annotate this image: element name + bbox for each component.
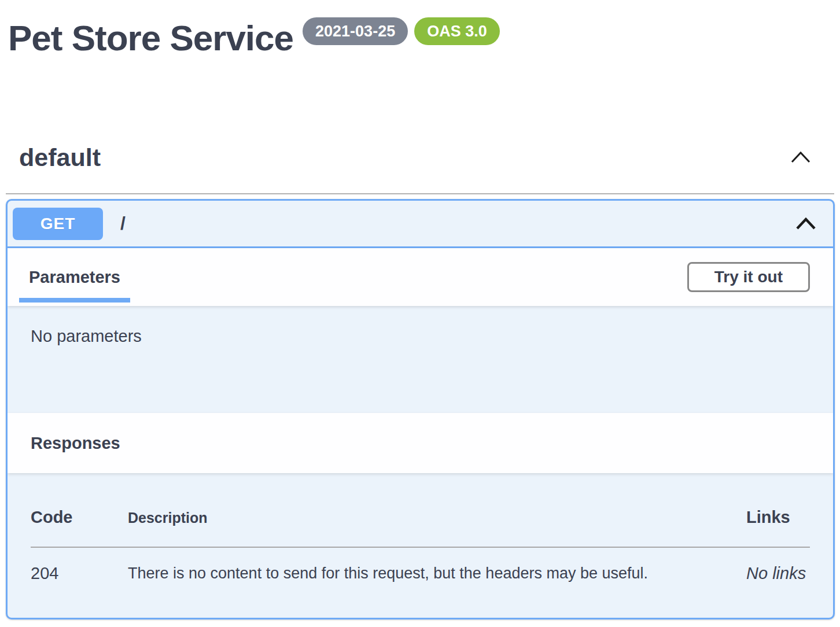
tag-collapse-button[interactable] [790, 150, 811, 164]
version-badge: 2021-03-25 [303, 17, 408, 45]
parameters-body: No parameters [8, 306, 833, 413]
operation-path: / [120, 213, 795, 234]
column-header-code: Code [31, 508, 128, 527]
responses-body: Code Description Links 204 There is no c… [8, 473, 833, 618]
parameters-section-header: Parameters Try it out [8, 248, 833, 306]
active-tab-indicator [19, 298, 130, 303]
http-method-badge: GET [13, 208, 103, 240]
tab-parameters[interactable]: Parameters [19, 248, 130, 306]
responses-section-header: Responses [8, 413, 833, 473]
responses-title: Responses [31, 434, 120, 453]
try-it-out-button[interactable]: Try it out [687, 262, 810, 292]
chevron-up-icon [795, 216, 817, 231]
table-row: 204 There is no content to send for this… [31, 564, 810, 583]
tag-section-header[interactable]: default [0, 142, 840, 172]
oas-version-badge: OAS 3.0 [414, 17, 500, 45]
table-header-divider [31, 547, 810, 548]
page-title: Pet Store Service [8, 17, 293, 59]
chevron-up-icon [790, 150, 811, 164]
opblock-get-root: GET / Parameters Try it out No parameter… [6, 199, 835, 619]
tag-title: default [19, 143, 101, 172]
response-links: No links [746, 564, 810, 583]
operation-summary[interactable]: GET / [8, 201, 833, 248]
column-header-links: Links [746, 508, 810, 527]
api-info-header: Pet Store Service 2021-03-25 OAS 3.0 [0, 0, 840, 59]
section-divider [6, 193, 834, 194]
operation-collapse-button[interactable] [795, 216, 817, 231]
badges: 2021-03-25 OAS 3.0 [303, 17, 500, 45]
column-header-description: Description [128, 508, 746, 526]
responses-table-header-row: Code Description Links [31, 508, 810, 527]
response-description: There is no content to send for this req… [128, 564, 746, 582]
no-parameters-text: No parameters [31, 327, 142, 345]
response-code: 204 [31, 564, 128, 583]
responses-table: Code Description Links 204 There is no c… [31, 508, 810, 583]
tab-parameters-label: Parameters [29, 268, 120, 287]
